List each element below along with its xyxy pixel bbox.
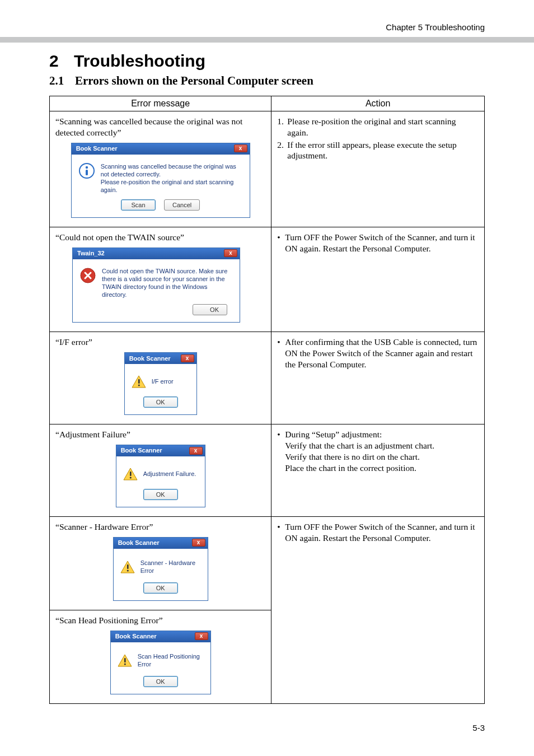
dialog-message: I/F error [152, 377, 174, 385]
running-head: Chapter 5 Troubleshooting [386, 22, 485, 32]
close-icon[interactable]: x [224, 249, 237, 257]
troubleshooting-table: Error message Action “Scanning was cance… [49, 96, 485, 704]
action-text: Verify that the chart is an adjustment c… [285, 441, 434, 450]
dialog-title: Book Scanner [129, 354, 171, 362]
dialog-message: Adjustment Failure. [143, 470, 196, 478]
dialog-title: Book Scanner [115, 632, 157, 640]
action-text: Verify that there is no dirt on the char… [285, 452, 420, 461]
warning-icon [132, 374, 146, 389]
action-text: Turn OFF the Power Switch of the Scanner… [285, 232, 475, 253]
section-number: 2 [49, 52, 74, 71]
action-text: During “Setup” adjustment: [285, 430, 382, 439]
dialog-title: Book Scanner [76, 144, 118, 152]
action-text: Please re-position the original and star… [287, 116, 456, 137]
col-header-error: Error message [50, 96, 271, 111]
close-icon[interactable]: x [181, 354, 194, 362]
dialog-title: Twain_32 [77, 249, 105, 257]
table-row: “Could not open the TWAIN source” Twain_… [50, 227, 485, 332]
close-icon[interactable]: x [189, 447, 203, 455]
page-number: 5-3 [472, 723, 485, 732]
action-text: Place the chart in the correct position. [285, 463, 416, 473]
info-icon [78, 162, 95, 179]
error-label: “Scanner - Hardware Error” [55, 521, 265, 533]
table-row: “Adjustment Failure” Book Scanner x Adju… [50, 424, 485, 517]
close-icon[interactable]: x [195, 632, 208, 640]
error-label: “Adjustment Failure” [55, 429, 265, 440]
action-text: Turn OFF the Power Switch of the Scanner… [285, 522, 475, 543]
ok-button[interactable]: OK [143, 676, 178, 687]
warning-icon [120, 559, 135, 574]
table-row: “I/F error” Book Scanner x I/F error [50, 332, 485, 424]
col-header-action: Action [271, 96, 485, 111]
action-list: During “Setup” adjustment: Verify that t… [277, 429, 479, 473]
scan-button[interactable]: Scan [121, 199, 156, 211]
error-label: “Scan Head Positioning Error” [55, 615, 265, 626]
dialog-message: Scan Head Positioning Error [138, 652, 204, 668]
dialog-hw-error: Book Scanner x Scanner - Hardware Error … [113, 537, 208, 601]
action-list: 1.Please re-position the original and st… [277, 116, 479, 161]
error-label: “Could not open the TWAIN source” [55, 232, 265, 243]
dialog-adj-failure: Book Scanner x Adjustment Failure. OK [116, 445, 205, 507]
section-name: Troubleshooting [74, 52, 205, 70]
error-label: “I/F error” [55, 337, 265, 348]
action-list: After confirming that the USB Cable is c… [277, 337, 479, 370]
header-rule [0, 37, 534, 43]
dialog-head-pos-error: Book Scanner x Scan Head Positioning Err… [110, 631, 211, 694]
action-list: Turn OFF the Power Switch of the Scanner… [277, 232, 479, 254]
warning-icon [123, 466, 138, 481]
action-list: Turn OFF the Power Switch of the Scanner… [277, 521, 479, 544]
dialog-if-error: Book Scanner x I/F error OK [124, 352, 197, 415]
close-icon[interactable]: x [234, 144, 247, 152]
ok-button[interactable]: OK [143, 396, 178, 408]
dialog-message: Scanner - Hardware Error [140, 559, 201, 575]
close-icon[interactable]: x [192, 539, 205, 547]
cancel-button[interactable]: Cancel [164, 199, 200, 211]
ok-button[interactable]: OK [143, 489, 178, 500]
subsection-title: 2.1Errors shown on the Personal Computer… [49, 74, 485, 88]
dialog-message: Scanning was cancelled because the origi… [101, 162, 243, 194]
error-icon [79, 267, 96, 284]
warning-icon [118, 653, 132, 668]
action-text: If the error still appears, please execu… [287, 140, 457, 161]
action-text: After confirming that the USB Cable is c… [285, 337, 477, 369]
dialog-title: Book Scanner [121, 446, 162, 454]
error-label: “Scanning was cancelled because the orig… [55, 116, 265, 138]
subsection-number: 2.1 [49, 74, 75, 88]
ok-button[interactable]: OK [143, 582, 178, 594]
ok-button[interactable]: OK [193, 304, 227, 315]
subsection-name: Errors shown on the Personal Computer sc… [75, 74, 313, 87]
dialog-title: Book Scanner [118, 539, 160, 547]
section-title: 2Troubleshooting [49, 52, 485, 71]
dialog-message: Could not open the TWAIN source. Make su… [102, 267, 233, 298]
table-row: “Scanning was cancelled because the orig… [50, 111, 485, 227]
table-row: “Scanner - Hardware Error” Book Scanner … [50, 517, 485, 610]
dialog-twain: Twain_32 x Could not open the TWAIN sour… [72, 248, 240, 323]
dialog-scan-cancelled: Book Scanner x Scanning was cancelled be… [71, 143, 250, 218]
